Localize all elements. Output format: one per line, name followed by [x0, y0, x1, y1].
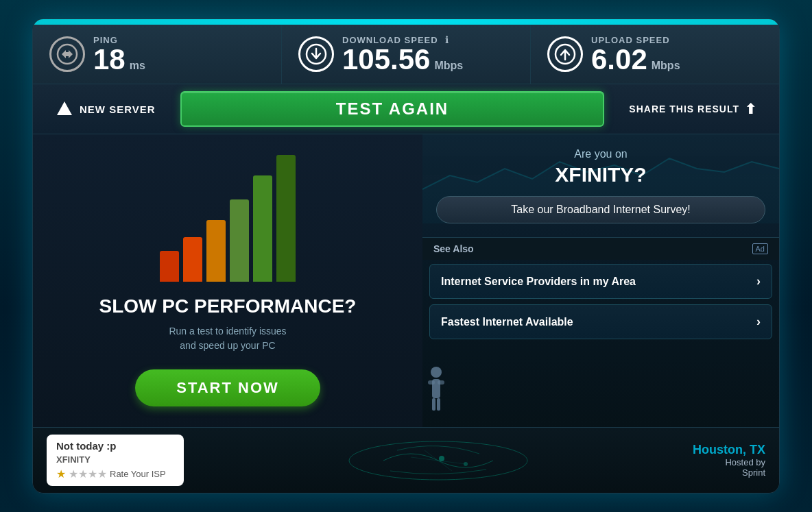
ping-value: 18: [93, 45, 126, 74]
hosted-by-label: Hosted by: [693, 457, 765, 467]
xfinity-content: Are you on XFINITY? Take our Broadband I…: [436, 148, 765, 223]
upload-unit: Mbps: [652, 60, 680, 72]
server-info: Houston, TX Hosted by Sprint: [693, 443, 765, 478]
ping-unit: ms: [130, 60, 145, 72]
svg-rect-7: [428, 380, 435, 385]
isp-link-text: Internet Service Providers in my Area: [441, 276, 636, 288]
right-panel: Are you on XFINITY? Take our Broadband I…: [422, 134, 779, 427]
slow-pc-subtitle: Run a test to identify issuesand speed u…: [169, 324, 286, 353]
isp-badge: Not today :p XFINITY ★ ★★★★ Rate Your IS…: [47, 435, 184, 486]
svg-point-5: [431, 367, 442, 378]
isp-name: XFINITY: [56, 454, 174, 465]
top-accent-bar: [33, 19, 779, 25]
download-value: 105.56: [342, 45, 430, 74]
action-bar: NEW SERVER TEST AGAIN SHARE THIS RESULT …: [33, 84, 779, 134]
svg-point-14: [439, 456, 444, 461]
svg-marker-3: [57, 101, 72, 115]
ping-block: PING 18 ms: [33, 25, 282, 84]
see-also-links: Internet Service Providers in my Area › …: [422, 260, 779, 349]
chart-bar: [206, 220, 226, 282]
isp-link[interactable]: Internet Service Providers in my Area ›: [429, 264, 772, 299]
bottom-section: Not today :p XFINITY ★ ★★★★ Rate Your IS…: [33, 427, 779, 493]
upload-value: 6.02: [591, 45, 647, 74]
active-stars: ★: [56, 467, 66, 480]
star-rating[interactable]: ★ ★★★★ Rate Your ISP: [56, 467, 174, 480]
share-result-button[interactable]: SHARE THIS RESULT ⬆: [618, 95, 768, 123]
share-icon: ⬆: [745, 101, 757, 117]
chart-bar: [160, 251, 179, 282]
share-label: SHARE THIS RESULT: [629, 103, 739, 114]
info-icon[interactable]: ℹ: [445, 34, 449, 45]
are-you-on-text: Are you on: [436, 148, 765, 160]
svg-line-13: [425, 450, 452, 471]
start-now-button[interactable]: START NOW: [135, 369, 320, 406]
fastest-internet-link[interactable]: Fastest Internet Available ›: [429, 304, 772, 339]
main-content: SLOW PC PERFORMANCE? Run a test to ident…: [33, 134, 779, 427]
new-server-button[interactable]: NEW SERVER: [44, 94, 167, 124]
chart-bar: [183, 237, 202, 282]
figure-icon: [422, 365, 464, 420]
speedtest-container: PING 18 ms DOWNLOAD SPEED ℹ: [32, 19, 780, 493]
left-panel: SLOW PC PERFORMANCE? Run a test to ident…: [33, 134, 422, 427]
new-server-icon: [55, 99, 74, 119]
test-again-button[interactable]: TEST AGAIN: [180, 91, 605, 127]
map-area: [184, 437, 693, 485]
ping-icon: [49, 36, 85, 72]
download-block: DOWNLOAD SPEED ℹ 105.56 Mbps: [282, 25, 531, 84]
svg-rect-9: [432, 398, 435, 411]
server-city: Houston, TX: [693, 443, 765, 457]
isp-chevron: ›: [756, 274, 761, 289]
ping-info: PING 18 ms: [93, 35, 145, 74]
rate-isp-label[interactable]: Rate Your ISP: [110, 469, 166, 479]
svg-rect-10: [437, 398, 440, 411]
chart-bar: [276, 155, 296, 282]
empty-stars: ★★★★: [69, 467, 107, 480]
bar-chart: [160, 155, 296, 282]
ad-icon: Ad: [752, 243, 768, 254]
download-icon: [298, 36, 334, 72]
stats-row: PING 18 ms DOWNLOAD SPEED ℹ: [33, 25, 779, 84]
fastest-link-text: Fastest Internet Available: [441, 316, 573, 328]
download-unit: Mbps: [434, 60, 463, 72]
chart-bar: [230, 199, 249, 282]
see-also-label: See Also: [433, 243, 474, 254]
upload-icon: [547, 36, 583, 72]
host-name: Sprint: [693, 467, 765, 478]
upload-block: UPLOAD SPEED 6.02 Mbps: [531, 25, 779, 84]
upload-info: UPLOAD SPEED 6.02 Mbps: [591, 35, 680, 74]
svg-rect-8: [438, 380, 444, 385]
chart-bar: [253, 175, 272, 282]
download-info: DOWNLOAD SPEED ℹ 105.56 Mbps: [342, 34, 463, 74]
new-server-label: NEW SERVER: [80, 103, 156, 115]
broadband-survey-button[interactable]: Take our Broadband Internet Survey!: [436, 196, 765, 223]
xfinity-section: Are you on XFINITY? Take our Broadband I…: [422, 134, 779, 237]
fastest-chevron: ›: [756, 315, 761, 329]
xfinity-name: XFINITY?: [436, 163, 765, 186]
see-also-bar: See Also Ad: [422, 237, 779, 260]
svg-point-15: [464, 462, 468, 466]
not-today-text: Not today :p: [56, 440, 174, 452]
slow-pc-title: SLOW PC PERFORMANCE?: [99, 295, 357, 317]
